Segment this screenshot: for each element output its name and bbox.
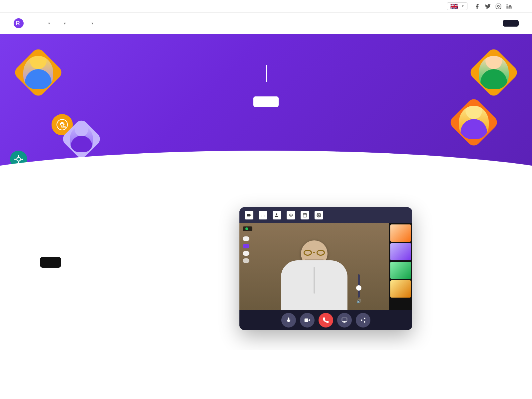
thumbnail-4 bbox=[390, 280, 411, 298]
video-mockup-container: 🔊 bbox=[239, 207, 492, 330]
navbar: R ▾ ▾ ▾ bbox=[0, 13, 532, 34]
resources-chevron-icon: ▾ bbox=[91, 21, 93, 26]
glasses-bridge bbox=[313, 252, 315, 253]
svg-point-10 bbox=[17, 158, 20, 161]
person-container bbox=[239, 223, 389, 310]
svg-point-6 bbox=[57, 119, 67, 130]
shirt-detail bbox=[314, 267, 315, 294]
svg-point-17 bbox=[14, 159, 16, 160]
instagram-icon[interactable] bbox=[495, 3, 501, 9]
video-main-area: 🔊 bbox=[239, 223, 412, 310]
thumbnail-1 bbox=[390, 224, 411, 242]
mute-button[interactable] bbox=[281, 313, 296, 328]
svg-text:CRM: CRM bbox=[61, 126, 66, 128]
svg-point-29 bbox=[318, 214, 320, 216]
content-section: 🔊 bbox=[0, 174, 532, 350]
video-controls bbox=[239, 310, 412, 330]
glasses bbox=[304, 250, 325, 256]
svg-point-18 bbox=[22, 159, 23, 160]
logo[interactable]: R bbox=[13, 18, 27, 29]
volume-slider[interactable] bbox=[358, 274, 360, 298]
nav-resources[interactable]: ▾ bbox=[90, 21, 93, 26]
lang-chevron-icon: ▾ bbox=[462, 4, 464, 8]
flag-uk-icon bbox=[451, 4, 458, 9]
nav-product[interactable]: ▾ bbox=[47, 21, 50, 26]
svg-point-37 bbox=[364, 318, 365, 320]
video-mockup: 🔊 bbox=[239, 207, 412, 330]
top-bar: ▾ bbox=[0, 0, 532, 13]
bar-chart-icon bbox=[259, 211, 267, 219]
svg-rect-19 bbox=[247, 214, 250, 216]
svg-point-38 bbox=[361, 320, 362, 321]
video-cam-icon bbox=[245, 211, 253, 219]
calendar-icon bbox=[301, 211, 309, 219]
cursor bbox=[266, 65, 267, 82]
person-body bbox=[281, 260, 347, 310]
nav-solution[interactable]: ▾ bbox=[62, 21, 66, 26]
left-glass bbox=[304, 250, 312, 256]
nav-links: ▾ ▾ ▾ bbox=[47, 21, 503, 26]
social-links bbox=[474, 3, 512, 9]
content-get-started-button[interactable] bbox=[40, 257, 61, 268]
svg-point-3 bbox=[507, 4, 508, 5]
svg-text:R: R bbox=[16, 20, 20, 26]
solution-chevron-icon: ▾ bbox=[64, 21, 66, 26]
share-button[interactable] bbox=[356, 313, 370, 328]
svg-marker-32 bbox=[308, 319, 310, 322]
end-call-button[interactable] bbox=[319, 313, 333, 328]
try-free-button[interactable] bbox=[503, 20, 519, 27]
svg-point-7 bbox=[61, 123, 64, 126]
svg-point-23 bbox=[276, 213, 277, 215]
screen-share-button[interactable] bbox=[337, 313, 352, 328]
virus-badge bbox=[10, 151, 27, 168]
svg-rect-1 bbox=[496, 4, 501, 9]
svg-line-41 bbox=[362, 319, 364, 320]
people-icon bbox=[273, 211, 281, 219]
video-toggle-button[interactable] bbox=[300, 313, 315, 328]
video-toolbar bbox=[239, 207, 412, 223]
person-figure bbox=[274, 237, 354, 310]
eye-icon bbox=[287, 211, 295, 219]
hero-title bbox=[7, 61, 525, 83]
svg-point-24 bbox=[291, 215, 292, 216]
svg-line-40 bbox=[362, 321, 364, 322]
linkedin-icon[interactable] bbox=[506, 3, 512, 9]
svg-point-39 bbox=[364, 321, 365, 323]
facebook-icon[interactable] bbox=[474, 3, 480, 9]
settings-icon bbox=[315, 211, 323, 219]
logo-icon: R bbox=[13, 18, 24, 29]
twitter-icon[interactable] bbox=[485, 3, 491, 9]
svg-point-16 bbox=[18, 162, 19, 164]
volume-control: 🔊 bbox=[355, 274, 362, 304]
video-background: 🔊 bbox=[239, 223, 389, 310]
avatar-bottom-right bbox=[448, 96, 500, 148]
hero-get-started-button[interactable] bbox=[253, 96, 279, 107]
section-heading bbox=[40, 207, 213, 244]
right-glass bbox=[317, 250, 325, 256]
product-chevron-icon: ▾ bbox=[48, 21, 50, 26]
volume-handle[interactable] bbox=[356, 285, 361, 291]
thumbnail-3 bbox=[390, 262, 411, 279]
svg-rect-33 bbox=[305, 319, 308, 322]
svg-rect-34 bbox=[342, 318, 347, 322]
content-left bbox=[40, 207, 213, 268]
hero-section: CRM bbox=[0, 34, 532, 174]
svg-rect-25 bbox=[303, 213, 307, 217]
thumbnail-2 bbox=[390, 243, 411, 260]
language-selector[interactable]: ▾ bbox=[447, 2, 467, 10]
svg-point-15 bbox=[18, 155, 19, 156]
volume-icon: 🔊 bbox=[356, 299, 361, 304]
thumbnail-strip bbox=[389, 223, 412, 310]
